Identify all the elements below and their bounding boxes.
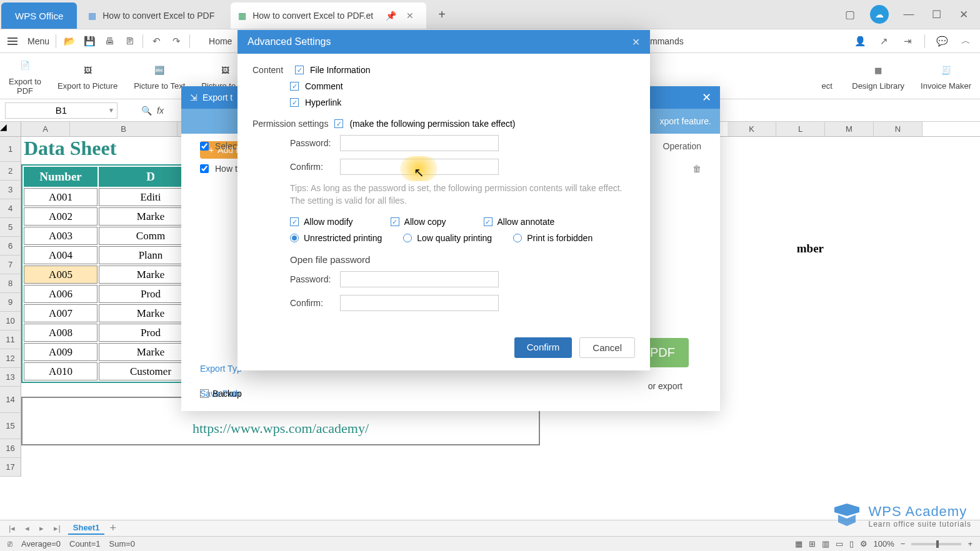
export-type-link[interactable]: Export Typ bbox=[200, 364, 242, 374]
zoom-slider[interactable] bbox=[911, 543, 961, 545]
table-cell[interactable]: A002 bbox=[24, 207, 98, 226]
share-icon[interactable]: ↗ bbox=[877, 34, 891, 48]
col-header[interactable]: K bbox=[728, 122, 776, 136]
close-icon[interactable]: ✕ bbox=[702, 91, 711, 104]
redo-icon[interactable]: ↷ bbox=[169, 34, 183, 48]
new-tab-button[interactable]: + bbox=[434, 6, 450, 22]
fx-label[interactable]: fx bbox=[157, 106, 164, 116]
comment-icon[interactable]: 💬 bbox=[935, 34, 949, 48]
backup-checkbox[interactable] bbox=[200, 389, 209, 398]
confirm-button[interactable]: Confirm bbox=[514, 337, 572, 358]
table-cell[interactable]: A001 bbox=[24, 188, 98, 206]
export-pdf-button[interactable]: 📄 Export to PDF bbox=[9, 57, 41, 96]
open-password-input[interactable] bbox=[340, 271, 499, 287]
settings-icon[interactable]: ⚙ bbox=[860, 539, 868, 549]
row-header[interactable]: 12 bbox=[0, 349, 21, 368]
table-cell[interactable]: A009 bbox=[24, 343, 98, 361]
table-cell[interactable]: A006 bbox=[24, 285, 98, 303]
print-forbidden-radio[interactable] bbox=[513, 234, 522, 242]
app-tab[interactable]: WPS Office bbox=[1, 2, 77, 29]
delete-icon[interactable]: 🗑 bbox=[692, 164, 701, 174]
zoom-icon[interactable]: 🔍 bbox=[141, 106, 152, 116]
prev-sheet-icon[interactable]: ◂ bbox=[22, 524, 32, 533]
row-header[interactable]: 16 bbox=[0, 439, 21, 458]
row-header[interactable]: 13 bbox=[0, 368, 21, 387]
row-header[interactable]: 9 bbox=[0, 293, 21, 312]
file-tab-2[interactable]: ▦ How to convert Excel to PDF.et 📌 ✕ bbox=[231, 2, 426, 29]
save-icon[interactable]: 💾 bbox=[82, 34, 96, 48]
table-cell[interactable]: A008 bbox=[24, 324, 98, 342]
pin-icon[interactable]: 📌 bbox=[386, 11, 396, 21]
comment-checkbox[interactable]: ✓ bbox=[290, 82, 299, 91]
undo-icon[interactable]: ↶ bbox=[149, 34, 163, 48]
collapse-ribbon-icon[interactable]: ︿ bbox=[959, 34, 972, 48]
cloud-sync-icon[interactable]: ☁ bbox=[870, 5, 889, 24]
maximize-icon[interactable]: ☐ bbox=[929, 7, 944, 22]
col-header[interactable]: L bbox=[776, 122, 825, 136]
design-library-button[interactable]: ▦ Design Library bbox=[852, 61, 904, 91]
user-icon[interactable]: 👤 bbox=[853, 34, 867, 48]
view-icon[interactable]: ⊞ bbox=[809, 539, 816, 549]
row-header[interactable]: 11 bbox=[0, 330, 21, 349]
zoom-in-icon[interactable]: + bbox=[968, 539, 972, 549]
select-all-corner[interactable]: ◢ bbox=[0, 122, 21, 136]
view-normal-icon[interactable]: ▥ bbox=[822, 539, 829, 549]
window-close-icon[interactable]: ✕ bbox=[956, 7, 971, 22]
col-header[interactable]: N bbox=[874, 122, 922, 136]
row-header[interactable]: 14 bbox=[0, 387, 21, 413]
file-information-checkbox[interactable]: ✓ bbox=[295, 66, 304, 74]
row-header[interactable]: 8 bbox=[0, 274, 21, 293]
last-sheet-icon[interactable]: ▸| bbox=[51, 524, 62, 533]
row-header[interactable]: 1 bbox=[0, 137, 21, 162]
print-preview-icon[interactable]: 🖹 bbox=[122, 34, 136, 48]
export-picture-button[interactable]: 🖼 Export to Picture bbox=[58, 61, 118, 91]
cell-reference-box[interactable]: B1 ▼ bbox=[5, 102, 118, 119]
first-sheet-icon[interactable]: |◂ bbox=[6, 524, 18, 533]
allow-modify-checkbox[interactable]: ✓ bbox=[290, 217, 299, 226]
row-header[interactable]: 10 bbox=[0, 312, 21, 330]
view-icon[interactable]: ▦ bbox=[795, 539, 802, 549]
row-header[interactable]: 6 bbox=[0, 237, 21, 256]
table-cell[interactable]: A007 bbox=[24, 304, 98, 322]
sheet-tab[interactable]: Sheet1 bbox=[68, 522, 105, 535]
col-header[interactable]: A bbox=[21, 122, 70, 136]
calendar-icon[interactable]: ▢ bbox=[842, 7, 858, 22]
table-cell[interactable]: A010 bbox=[24, 362, 98, 380]
picture-to-text-button[interactable]: 🔤 Picture to Text bbox=[134, 61, 185, 91]
row-header[interactable]: 3 bbox=[0, 181, 21, 199]
row-header[interactable]: 17 bbox=[0, 458, 21, 477]
minimize-icon[interactable]: — bbox=[901, 7, 916, 22]
print-icon[interactable]: 🖶 bbox=[102, 34, 116, 48]
row-header[interactable]: 5 bbox=[0, 218, 21, 237]
hamburger-icon[interactable] bbox=[8, 37, 18, 45]
view-page-icon[interactable]: ▭ bbox=[836, 539, 843, 549]
menu-label[interactable]: Menu bbox=[28, 36, 49, 46]
zoom-level[interactable]: 100% bbox=[874, 539, 894, 549]
row-header[interactable]: 2 bbox=[0, 162, 21, 181]
view-break-icon[interactable]: ▯ bbox=[849, 539, 854, 549]
row-header[interactable]: 15 bbox=[0, 413, 21, 439]
col-header[interactable]: B bbox=[70, 122, 178, 136]
close-icon[interactable]: ✕ bbox=[406, 11, 414, 21]
table-cell[interactable]: A004 bbox=[24, 246, 98, 264]
permission-password-input[interactable] bbox=[340, 135, 499, 151]
allow-annotate-checkbox[interactable]: ✓ bbox=[484, 217, 492, 226]
table-cell[interactable]: A005 bbox=[24, 266, 98, 284]
cancel-button[interactable]: Cancel bbox=[579, 337, 635, 358]
open-icon[interactable]: 📂 bbox=[62, 34, 76, 48]
zoom-out-icon[interactable]: − bbox=[901, 539, 906, 549]
home-tab[interactable]: Home bbox=[209, 36, 232, 46]
allow-copy-checkbox[interactable]: ✓ bbox=[391, 217, 399, 226]
row-header[interactable]: 4 bbox=[0, 199, 21, 218]
col-header[interactable]: M bbox=[825, 122, 874, 136]
chevron-down-icon[interactable]: ▼ bbox=[108, 107, 114, 114]
low-quality-printing-radio[interactable] bbox=[403, 234, 412, 242]
add-sheet-button[interactable]: + bbox=[109, 522, 116, 535]
file-tab-1[interactable]: ▦ How to convert Excel to PDF bbox=[81, 2, 227, 29]
hyperlink-checkbox[interactable]: ✓ bbox=[290, 98, 299, 107]
open-confirm-input[interactable] bbox=[340, 295, 499, 311]
invoice-maker-button[interactable]: 🧾 Invoice Maker bbox=[921, 61, 971, 91]
table-cell[interactable]: A003 bbox=[24, 227, 98, 245]
dock-icon[interactable]: ⇥ bbox=[901, 34, 914, 48]
select-all-checkbox[interactable] bbox=[200, 142, 209, 151]
